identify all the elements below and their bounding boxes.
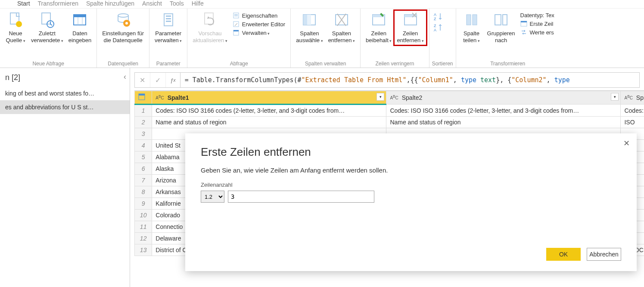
table-icon (520, 20, 527, 27)
cell[interactable]: Codes: (621, 105, 644, 117)
cell[interactable]: Codes: ISO ISO 3166 codes (2-letter, 3-l… (386, 105, 621, 117)
new-source-label: NeueQuelle (6, 30, 25, 44)
cell[interactable]: Codes: ISO ISO 3166 codes (2-letter, 3-l… (152, 105, 386, 117)
ribbon-group-sort: AZ ZA Sortieren (429, 9, 456, 68)
query-item-2[interactable]: es and abbreviations for U S st… (0, 100, 130, 114)
svg-rect-41 (139, 94, 145, 96)
row-number: 12 (135, 233, 152, 244)
group-label-query: Abfrage (190, 60, 288, 67)
cancel-button[interactable]: Abbrechen (587, 248, 621, 261)
refresh-preview-button[interactable]: Vorschauaktualisieren (190, 10, 230, 45)
ribbon-group-transform: Spalteteilen Gruppierennach Datentyp: Te… (456, 9, 560, 68)
table-icon (138, 93, 145, 100)
filter-icon[interactable]: ▾ (611, 93, 619, 101)
svg-text:A: A (434, 12, 436, 17)
tab-view[interactable]: Ansicht (142, 0, 162, 7)
sort-desc-icon[interactable]: ZA (434, 23, 443, 32)
column-header-3[interactable]: ABC Sp (621, 91, 644, 105)
advanced-editor-button[interactable]: Erweiterter Editor (233, 21, 285, 28)
first-row-headers-button[interactable]: Erste Zeil (520, 20, 554, 27)
refresh-icon (201, 11, 218, 28)
manage-query-button[interactable]: Verwalten (233, 29, 285, 36)
group-by-button[interactable]: Gruppierennach (485, 10, 518, 45)
dialog-title: Erste Zeilen entfernen (201, 145, 621, 159)
remove-rows-icon (402, 11, 419, 28)
tab-help[interactable]: Hilfe (192, 0, 204, 7)
cell[interactable]: ISO (621, 117, 644, 128)
table-row[interactable]: 1Codes: ISO ISO 3166 codes (2-letter, 3-… (135, 105, 644, 117)
tab-add-column[interactable]: Spalte hinzufügen (86, 0, 134, 7)
remove-columns-icon (333, 11, 350, 28)
queries-title: n [2] (0, 71, 130, 86)
svg-rect-39 (521, 21, 527, 22)
tab-transform[interactable]: Transformieren (38, 0, 78, 7)
abc-icon: ABC (156, 96, 164, 100)
ribbon-group-data-sources: Einstellungen fürdie Datenquelle Datenqu… (97, 9, 149, 68)
svg-point-10 (125, 22, 128, 25)
recent-sources-button[interactable]: Zuletztverwendete (28, 10, 66, 45)
manage-parameters-button[interactable]: Parameterverwalten (152, 10, 184, 45)
remove-rows-button[interactable]: Zeilenentfernen (394, 10, 426, 45)
ds-settings-label: Einstellungen fürdie Datenquelle (102, 30, 144, 44)
row-number: 8 (135, 186, 152, 198)
remove-columns-button[interactable]: Spaltenentfernen (326, 10, 358, 45)
datatype-label: Datentyp: Tex (520, 12, 554, 19)
enter-data-button[interactable]: Dateneingeben (66, 10, 94, 45)
ribbon: NeueQuelle Zuletztverwendete Dateneingeb… (0, 9, 644, 68)
svg-point-8 (118, 14, 128, 17)
choose-columns-button[interactable]: Spaltenauswähle (293, 10, 325, 45)
keep-rows-button[interactable]: Zeilenbeibehalt (363, 10, 394, 45)
filter-icon[interactable]: ▾ (376, 93, 384, 101)
group-label-manage-cols: Spalten verwalten (293, 60, 358, 67)
fx-icon[interactable]: ƒx (166, 73, 180, 87)
formula-text[interactable]: = Table.TransformColumnTypes(#"Extracted… (180, 76, 639, 84)
column-header-1[interactable]: ABC Spalte1 ▾ (152, 91, 386, 105)
row-number: 2 (135, 117, 152, 128)
ok-button[interactable]: OK (546, 248, 581, 261)
properties-label: Eigenschaften (242, 12, 277, 19)
formula-cancel-icon[interactable]: ✕ (135, 73, 150, 87)
svg-rect-5 (74, 15, 86, 17)
close-icon[interactable]: ✕ (623, 139, 630, 148)
data-source-settings-button[interactable]: Einstellungen fürdie Datenquelle (100, 10, 146, 45)
formula-commit-icon[interactable]: ✓ (150, 73, 166, 87)
enter-data-icon (71, 11, 88, 28)
table-row[interactable]: 2Name and status of regionName and statu… (135, 117, 644, 128)
gear-icon (115, 11, 132, 28)
collapse-pane-icon[interactable]: ‹ (124, 72, 126, 81)
cell[interactable]: Name and status of region (386, 117, 621, 128)
row-count-input[interactable] (228, 191, 374, 203)
first-row-label: Erste Zeil (530, 21, 554, 27)
svg-text:Z: Z (434, 24, 436, 28)
tab-start[interactable]: Start (17, 0, 30, 7)
grid-corner[interactable] (135, 91, 152, 105)
svg-rect-18 (234, 15, 238, 16)
svg-rect-24 (307, 15, 311, 25)
parameter-icon (160, 11, 177, 28)
svg-rect-14 (166, 21, 171, 22)
svg-point-1 (16, 21, 22, 27)
datatype-button[interactable]: Datentyp: Tex (520, 12, 554, 19)
group-label-reduce-rows: Zeilen verringern (363, 60, 426, 67)
query-item-1[interactable]: king of best and worst states fo… (0, 86, 130, 100)
svg-text:Z: Z (434, 17, 436, 21)
sort-asc-icon[interactable]: AZ (434, 12, 443, 21)
adv-editor-label: Erweiterter Editor (242, 21, 285, 28)
svg-rect-21 (233, 30, 239, 31)
remove-rows-label: Zeilenentfernen (397, 30, 423, 44)
dialog-description: Geben Sie an, wie viele Zeilen am Anfang… (201, 167, 621, 174)
group-label-new-query: Neue Abfrage (3, 60, 94, 67)
row-count-label: Zeilenanzahl (201, 182, 233, 188)
row-number: 1 (135, 105, 152, 117)
value-type-select[interactable]: 1.2 (201, 191, 224, 203)
row-number: 4 (135, 140, 152, 151)
tab-tools[interactable]: Tools (170, 0, 184, 7)
refresh-label: Vorschauaktualisieren (193, 30, 227, 44)
editor-icon (233, 21, 240, 28)
new-source-button[interactable]: NeueQuelle (3, 10, 28, 45)
split-column-button[interactable]: Spalteteilen (459, 10, 485, 45)
cell[interactable]: Name and status of region (152, 117, 386, 128)
properties-button[interactable]: Eigenschaften (233, 12, 285, 19)
column-header-2[interactable]: ABC Spalte2 ▾ (386, 91, 621, 105)
replace-values-button[interactable]: Werte ers (520, 29, 554, 36)
